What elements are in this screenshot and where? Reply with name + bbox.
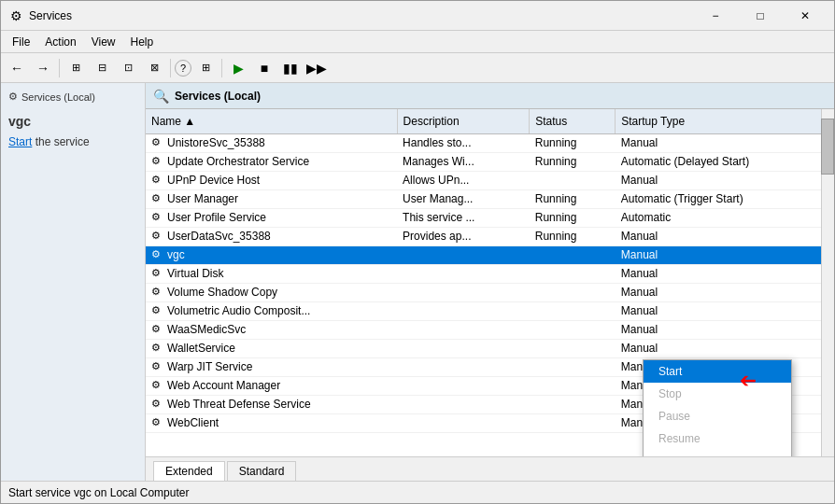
red-arrow-indicator: ➔	[740, 369, 757, 393]
back-button[interactable]: ←	[5, 57, 29, 79]
service-desc-cell	[397, 395, 530, 413]
window-title: Services	[29, 9, 694, 22]
service-name-cell: ⚙UPnP Device Host	[146, 171, 397, 189]
play-button[interactable]: ▶	[226, 57, 250, 79]
table-row[interactable]: ⚙UnistoreSvc_35388Handles sto...RunningM…	[146, 133, 834, 152]
content-header-icon: 🔍	[153, 89, 169, 104]
toolbar-btn-5[interactable]: ⊞	[193, 57, 218, 79]
service-status-cell	[530, 171, 616, 189]
pause-button[interactable]: ▮▮	[278, 57, 303, 79]
toolbar-btn-1[interactable]: ⊞	[64, 57, 88, 79]
service-description: Start the service	[5, 134, 141, 150]
service-desc-cell	[397, 357, 530, 376]
menu-help[interactable]: Help	[123, 34, 162, 50]
service-row-icon: ⚙	[151, 136, 164, 149]
stop-button[interactable]: ■	[252, 57, 276, 79]
table-row[interactable]: ⚙Virtual DiskManual	[146, 264, 834, 283]
context-menu-item: Restart	[644, 450, 791, 456]
menu-file[interactable]: File	[5, 34, 37, 50]
service-startup-cell: Manual	[616, 245, 834, 264]
service-status-cell	[530, 413, 616, 432]
table-row[interactable]: ⚙User Profile ServiceThis service ...Run…	[146, 208, 834, 227]
context-menu-item-label: Restart	[658, 455, 695, 456]
col-description[interactable]: Description	[397, 109, 530, 133]
status-bar: Start service vgc on Local Computer	[1, 481, 834, 503]
service-startup-cell: Manual	[616, 339, 834, 357]
menu-view[interactable]: View	[84, 34, 123, 50]
main-window: ⚙ Services − □ ✕ File Action View Help ←…	[0, 0, 835, 504]
table-row[interactable]: ⚙WaaSMedicSvcManual	[146, 320, 834, 339]
context-menu-item: Pause	[644, 405, 791, 427]
table-row[interactable]: ⚙Update Orchestrator ServiceManages Wi..…	[146, 152, 834, 171]
service-row-icon: ⚙	[151, 286, 164, 299]
window-controls: − □ ✕	[694, 3, 827, 29]
service-status-cell	[530, 245, 616, 264]
menu-action[interactable]: Action	[37, 34, 83, 50]
col-name[interactable]: Name ▲	[146, 109, 397, 133]
service-name-cell: ⚙vgc	[146, 245, 397, 264]
service-startup-cell: Manual	[616, 320, 834, 339]
service-row-icon: ⚙	[151, 230, 164, 243]
service-name-cell: ⚙Web Account Manager	[146, 376, 397, 395]
maximize-button[interactable]: □	[739, 3, 782, 29]
tab-extended[interactable]: Extended	[153, 461, 225, 481]
context-menu-item[interactable]: Start	[644, 360, 791, 383]
service-startup-cell: Automatic	[616, 208, 834, 227]
service-name-cell: ⚙WalletService	[146, 339, 397, 357]
service-desc-cell	[397, 283, 530, 301]
toolbar: ← → ⊞ ⊟ ⊡ ⊠ ? ⊞ ▶ ■ ▮▮ ▶▶	[1, 53, 834, 83]
close-button[interactable]: ✕	[784, 3, 827, 29]
tabs-bar: Extended Standard	[146, 456, 834, 481]
table-scroll-container: Name ▲ Description Status Startup Type	[146, 109, 834, 456]
service-startup-cell: Manual	[616, 171, 834, 189]
toolbar-btn-3[interactable]: ⊡	[116, 57, 140, 79]
main-area: ⚙ Services (Local) vgc Start the service…	[1, 83, 834, 481]
tab-standard[interactable]: Standard	[227, 461, 297, 481]
service-startup-cell: Manual	[616, 301, 834, 320]
service-status-cell: Running	[530, 208, 616, 227]
toolbar-btn-2[interactable]: ⊟	[90, 57, 114, 79]
service-status-cell	[530, 339, 616, 357]
service-desc-cell: Allows UPn...	[397, 171, 530, 189]
table-row[interactable]: ⚙Volumetric Audio Composit...Manual	[146, 301, 834, 320]
left-panel-header: ⚙ Services (Local)	[5, 87, 141, 106]
toolbar-btn-4[interactable]: ⊠	[142, 57, 166, 79]
scrollbar[interactable]	[821, 109, 834, 456]
service-status-cell	[530, 264, 616, 283]
forward-button[interactable]: →	[31, 57, 55, 79]
context-menu: StartStopPauseResumeRestartAll Tasks▶Ref…	[643, 359, 792, 456]
service-status-cell: Running	[530, 133, 616, 152]
service-row-icon: ⚙	[151, 155, 164, 168]
service-row-icon: ⚙	[151, 304, 164, 317]
service-status-cell: Running	[530, 227, 616, 245]
menu-bar: File Action View Help	[1, 31, 834, 53]
service-desc-cell	[397, 339, 530, 357]
skip-button[interactable]: ▶▶	[304, 57, 329, 79]
context-menu-item-label: Stop	[658, 387, 682, 400]
service-status-cell	[530, 357, 616, 376]
toolbar-sep-2	[170, 59, 171, 77]
table-row[interactable]: ⚙WalletServiceManual	[146, 339, 834, 357]
service-startup-cell: Automatic (Trigger Start)	[616, 189, 834, 208]
service-status-cell: Running	[530, 189, 616, 208]
service-status-cell	[530, 395, 616, 413]
title-bar: ⚙ Services − □ ✕	[1, 1, 834, 31]
table-row[interactable]: ⚙User ManagerUser Manag...RunningAutomat…	[146, 189, 834, 208]
service-name-cell: ⚙Volume Shadow Copy	[146, 283, 397, 301]
col-status[interactable]: Status	[530, 109, 616, 133]
help-button[interactable]: ?	[175, 60, 191, 77]
minimize-button[interactable]: −	[694, 3, 737, 29]
start-link[interactable]: Start	[8, 135, 32, 148]
table-row[interactable]: ⚙Volume Shadow CopyManual	[146, 283, 834, 301]
service-row-icon: ⚙	[151, 174, 164, 187]
table-row[interactable]: ⚙vgcManual	[146, 245, 834, 264]
col-startup[interactable]: Startup Type	[616, 109, 834, 133]
table-row[interactable]: ⚙UPnP Device HostAllows UPn...Manual	[146, 171, 834, 189]
service-status-cell	[530, 283, 616, 301]
table-row[interactable]: ⚙UserDataSvc_35388Provides ap...RunningM…	[146, 227, 834, 245]
service-name-cell: ⚙WaaSMedicSvc	[146, 320, 397, 339]
scrollbar-thumb[interactable]	[821, 119, 834, 175]
service-status-cell	[530, 320, 616, 339]
context-menu-item-label: Start	[658, 365, 682, 378]
service-startup-cell: Manual	[616, 283, 834, 301]
